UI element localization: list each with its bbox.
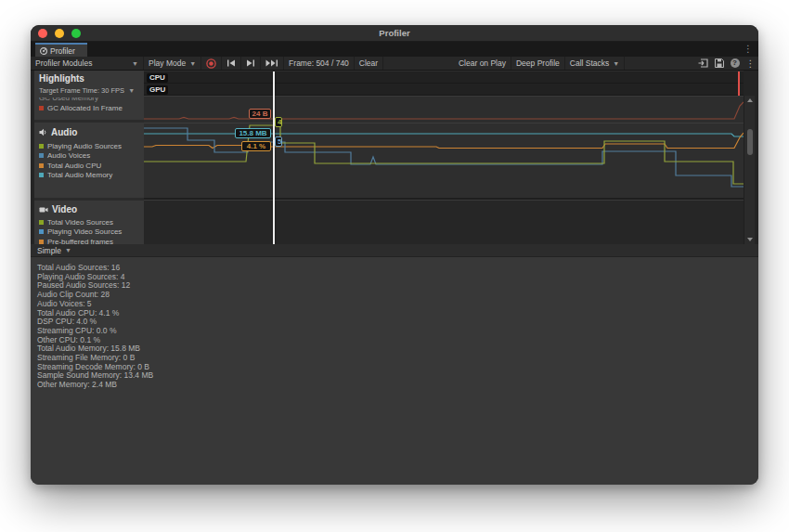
toolbar-menu-button[interactable]: ⋮: [743, 57, 758, 70]
help-button[interactable]: ?: [727, 57, 743, 70]
tooltip-audio-voices: 5: [275, 136, 282, 147]
previous-frame-icon: [226, 59, 236, 67]
module-video[interactable]: Video Total Video Sources Playing Video …: [34, 201, 144, 244]
previous-frame-button[interactable]: [222, 57, 241, 70]
chevron-down-icon: ▼: [65, 247, 71, 253]
record-icon: [206, 58, 216, 69]
module-highlights[interactable]: Highlights Target Frame Time: 30 FPS ▼: [34, 71, 144, 97]
legend-playing-audio-sources[interactable]: Playing Audio Sources: [34, 141, 144, 151]
details-view-dropdown[interactable]: Simple ▼: [31, 244, 758, 257]
gpu-row-label: GPU: [147, 85, 168, 95]
clear-on-play-button[interactable]: Clear on Play: [454, 57, 511, 70]
save-profile-button[interactable]: [711, 57, 727, 70]
window-title: Profiler: [31, 28, 758, 38]
stat-line: Other CPU: 0.1 %: [37, 336, 758, 345]
current-frame-button[interactable]: [261, 57, 284, 70]
save-icon: [715, 58, 724, 68]
help-icon: ?: [731, 58, 740, 68]
clear-button[interactable]: Clear: [355, 57, 383, 70]
play-mode-dropdown[interactable]: Play Mode▼: [144, 57, 201, 70]
profiler-gauge-icon: [40, 47, 47, 55]
toolbar-spacer: [625, 57, 695, 70]
legend-total-video-sources[interactable]: Total Video Sources: [34, 217, 144, 227]
stat-line: Total Audio Memory: 15.8 MB: [37, 344, 758, 354]
audio-title: Audio: [51, 127, 77, 137]
chevron-down-icon: ▼: [132, 60, 138, 67]
cpu-highlight-row[interactable]: CPU: [144, 71, 744, 84]
stat-line: DSP CPU: 4.0 %: [37, 318, 758, 327]
load-icon: [698, 58, 708, 68]
legend-color-swatch: [39, 153, 44, 158]
audio-module-header: Audio: [34, 123, 144, 137]
video-title: Video: [52, 204, 77, 214]
stat-line: Playing Audio Sources: 4: [37, 273, 758, 282]
toolbar-spacer: [383, 57, 454, 70]
highlights-title: Highlights: [34, 71, 144, 84]
deep-profile-button[interactable]: Deep Profile: [511, 57, 565, 70]
video-camera-icon: [39, 206, 48, 214]
legend-playing-video-sources[interactable]: Playing Video Sources: [34, 227, 144, 238]
gpu-highlight-row[interactable]: GPU: [144, 84, 744, 96]
profiler-toolbar: Profiler Modules▼ Play Mode▼ Frame: 504 …: [31, 57, 758, 71]
stat-line: Sample Sound Memory: 13.4 MB: [37, 371, 758, 381]
legend-total-audio-cpu[interactable]: Total Audio CPU: [34, 161, 144, 171]
kebab-menu-icon: ⋮: [746, 58, 756, 69]
stat-line: Streaming CPU: 0.0 %: [37, 327, 758, 336]
module-memory[interactable]: GC Used Memory GC Allocated In Frame: [34, 97, 144, 120]
charts-vertical-scrollbar[interactable]: [744, 96, 755, 244]
tooltip-total-audio-cpu: 4.1 %: [241, 141, 271, 151]
cpu-row-label: CPU: [147, 73, 168, 83]
legend-color-swatch: [39, 220, 44, 225]
stat-line: Paused Audio Sources: 12: [37, 281, 758, 291]
memory-chart-band[interactable]: [144, 96, 744, 123]
load-profile-button[interactable]: [695, 57, 711, 70]
legend-color-swatch: [39, 173, 44, 177]
legend-gc-allocated-in-frame[interactable]: GC Allocated In Frame: [34, 103, 144, 113]
legend-color-swatch: [39, 163, 44, 168]
legend-color-swatch: [39, 144, 44, 149]
legend-color-swatch: [39, 240, 44, 244]
tab-label: Profiler: [50, 46, 75, 56]
scrollbar-thumb[interactable]: [747, 129, 753, 155]
speaker-icon: [39, 128, 47, 136]
legend-color-swatch: [39, 106, 44, 110]
legend-color-swatch: [39, 229, 44, 234]
last-frame-icon: [265, 59, 278, 67]
audio-chart-band[interactable]: [144, 123, 744, 198]
details-panel: Simple ▼ Total Audio Sources: 16 Playing…: [31, 244, 758, 485]
charts-section: Highlights Target Frame Time: 30 FPS ▼ G…: [31, 71, 758, 244]
modules-sidebar: Highlights Target Frame Time: 30 FPS ▼ G…: [34, 71, 144, 244]
frame-indicator-marker: [738, 71, 740, 96]
video-chart-band[interactable]: [144, 200, 744, 244]
video-module-header: Video: [34, 201, 144, 214]
module-audio[interactable]: Audio Playing Audio Sources Audio Voices…: [34, 123, 144, 198]
chart-area[interactable]: CPU GPU 24 B 4 15.8 MB 5 4.1 %: [144, 71, 744, 244]
tab-menu-kebab-icon[interactable]: ⋮: [744, 44, 753, 54]
frame-counter: Frame: 504 / 740: [284, 57, 355, 70]
stat-line: Audio Clip Count: 28: [37, 291, 758, 300]
tooltip-playing-audio-sources: 4: [275, 117, 282, 127]
profiler-window: Profiler Profiler ⋮ Profiler Modules▼ Pl…: [31, 25, 758, 485]
playhead-line[interactable]: [273, 71, 275, 244]
tab-profiler[interactable]: Profiler: [35, 43, 87, 57]
audio-stats-block: Total Audio Sources: 16 Playing Audio So…: [31, 257, 758, 390]
scroll-up-arrow-icon[interactable]: [747, 98, 753, 102]
chevron-down-icon: ▼: [189, 60, 196, 67]
stat-line: Total Audio CPU: 4.1 %: [37, 309, 758, 318]
stat-line: Total Audio Sources: 16: [37, 264, 758, 273]
chevron-down-icon: ▼: [613, 60, 619, 67]
target-frame-time-dropdown[interactable]: Target Frame Time: 30 FPS ▼: [34, 84, 144, 95]
chevron-down-icon: ▼: [128, 87, 135, 94]
tab-bar: Profiler ⋮: [31, 42, 758, 57]
stat-line: Audio Voices: 5: [37, 300, 758, 309]
title-bar: Profiler: [31, 25, 758, 42]
next-frame-button[interactable]: [241, 57, 261, 70]
legend-audio-voices[interactable]: Audio Voices: [34, 151, 144, 162]
call-stacks-dropdown[interactable]: Call Stacks▼: [565, 57, 625, 70]
profiler-modules-dropdown[interactable]: Profiler Modules▼: [31, 57, 144, 70]
record-button[interactable]: [201, 57, 222, 70]
scroll-down-arrow-icon[interactable]: [747, 238, 753, 241]
tooltip-gc-allocated: 24 B: [249, 109, 271, 119]
legend-total-audio-memory[interactable]: Total Audio Memory: [34, 171, 144, 181]
next-frame-icon: [246, 59, 255, 67]
